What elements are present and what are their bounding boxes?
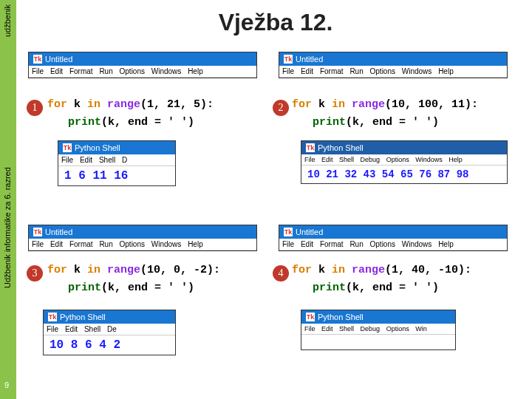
fn-range: range xyxy=(352,264,385,276)
example-1: Tk Untitled File Edit Format Run Options… xyxy=(28,52,273,219)
page-number: 9 xyxy=(4,381,9,389)
editor-window: Tk Untitled File Edit Format Run Options… xyxy=(28,52,257,78)
range-args: (1, 21, 5): xyxy=(140,98,214,111)
menu-windows[interactable]: Windows xyxy=(402,67,432,75)
example-badge: 2 xyxy=(273,100,289,116)
print-args: (k, end = ' ') xyxy=(101,282,194,294)
menu-options[interactable]: Options xyxy=(120,240,145,248)
menu-format[interactable]: Format xyxy=(69,67,93,75)
menu-file[interactable]: File xyxy=(282,67,294,75)
shell-title: Python Shell xyxy=(75,143,120,152)
menu-debug[interactable]: Debug xyxy=(361,325,381,332)
menu-help[interactable]: Help xyxy=(438,67,454,75)
menu-options[interactable]: Options xyxy=(370,67,395,75)
shell-title: Python Shell xyxy=(318,143,364,152)
example-badge: 1 xyxy=(27,100,43,116)
editor-title: Untitled xyxy=(296,228,323,236)
editor-titlebar: Tk Untitled xyxy=(29,225,256,239)
shell-output: 10 21 32 43 54 65 76 87 98 xyxy=(301,166,507,183)
example-badge: 4 xyxy=(273,265,289,282)
menu-options[interactable]: Options xyxy=(386,156,409,163)
example-4: Tk Untitled File Edit Format Run Options… xyxy=(279,225,523,392)
menu-run[interactable]: Run xyxy=(349,240,363,248)
menu-run[interactable]: Run xyxy=(99,240,112,248)
menu-edit[interactable]: Edit xyxy=(80,156,92,164)
menu-format[interactable]: Format xyxy=(320,67,344,75)
menu-file[interactable]: File xyxy=(61,156,73,164)
shell-window: Tk Python Shell File Edit Shell De 10 8 … xyxy=(43,310,176,355)
editor-title: Untitled xyxy=(296,55,323,64)
shell-menubar[interactable]: File Edit Shell Debug Options Windows He… xyxy=(301,154,507,166)
menu-extra[interactable]: D xyxy=(122,156,127,164)
menu-shell[interactable]: Shell xyxy=(339,156,354,163)
fn-print: print xyxy=(313,282,346,294)
menu-extra[interactable]: De xyxy=(107,325,117,333)
slide-title: Vježba 12. xyxy=(21,9,531,36)
menu-file[interactable]: File xyxy=(282,240,294,248)
shell-menubar[interactable]: File Edit Shell D xyxy=(58,154,175,166)
var-k: k xyxy=(74,98,87,111)
menu-format[interactable]: Format xyxy=(320,240,344,248)
range-args: (10, 100, 11): xyxy=(385,98,478,111)
menu-edit[interactable]: Edit xyxy=(50,67,63,75)
menu-file[interactable]: File xyxy=(304,156,316,163)
shell-window: Tk Python Shell File Edit Shell Debug Op… xyxy=(301,310,456,350)
var-k: k xyxy=(74,264,87,276)
shell-titlebar: Tk Python Shell xyxy=(301,141,507,154)
shell-window: Tk Python Shell File Edit Shell D 1 6 11… xyxy=(58,140,176,186)
tk-icon: Tk xyxy=(306,313,315,321)
editor-window: Tk Untitled File Edit Format Run Options… xyxy=(279,52,508,78)
menu-edit[interactable]: Edit xyxy=(321,156,333,163)
range-args: (1, 40, -10): xyxy=(385,264,471,276)
menu-help[interactable]: Help xyxy=(188,67,203,75)
shell-titlebar: Tk Python Shell xyxy=(44,310,175,324)
var-k: k xyxy=(318,98,332,111)
menu-debug[interactable]: Debug xyxy=(361,156,381,163)
menu-shell[interactable]: Shell xyxy=(99,156,115,164)
menu-windows[interactable]: Windows xyxy=(402,240,432,248)
menu-file[interactable]: File xyxy=(47,325,58,333)
menu-shell[interactable]: Shell xyxy=(84,325,100,333)
menu-win[interactable]: Win xyxy=(415,325,427,332)
menu-help[interactable]: Help xyxy=(449,156,463,163)
menu-windows[interactable]: Windows xyxy=(415,156,443,163)
tk-icon: Tk xyxy=(33,228,42,236)
kw-in: in xyxy=(332,264,352,276)
menu-help[interactable]: Help xyxy=(438,240,454,248)
menu-windows[interactable]: Windows xyxy=(151,240,182,248)
menu-file[interactable]: File xyxy=(32,240,44,248)
menu-windows[interactable]: Windows xyxy=(151,67,182,75)
editor-menubar[interactable]: File Edit Format Run Options Windows Hel… xyxy=(29,239,256,250)
menu-edit[interactable]: Edit xyxy=(301,67,313,75)
example-badge: 3 xyxy=(27,265,43,282)
editor-menubar[interactable]: File Edit Format Run Options Windows Hel… xyxy=(279,239,507,250)
menu-file[interactable]: File xyxy=(32,67,44,75)
menu-run[interactable]: Run xyxy=(99,67,112,75)
menu-edit[interactable]: Edit xyxy=(301,240,313,248)
example-2: Tk Untitled File Edit Format Run Options… xyxy=(279,52,523,219)
shell-menubar[interactable]: File Edit Shell Debug Options Win xyxy=(301,324,455,335)
var-k: k xyxy=(318,264,332,276)
shell-titlebar: Tk Python Shell xyxy=(301,310,455,324)
menu-edit[interactable]: Edit xyxy=(321,325,333,332)
menu-options[interactable]: Options xyxy=(386,325,409,332)
editor-title: Untitled xyxy=(45,55,72,64)
editor-titlebar: Tk Untitled xyxy=(29,52,256,66)
editor-menubar[interactable]: File Edit Format Run Options Windows Hel… xyxy=(279,66,507,78)
shell-menubar[interactable]: File Edit Shell De xyxy=(44,324,175,335)
print-args: (k, end = ' ') xyxy=(346,282,439,294)
code-snippet: for k in range(10, 0, -2): print(k, end … xyxy=(47,262,220,297)
menu-edit[interactable]: Edit xyxy=(50,240,63,248)
editor-menubar[interactable]: File Edit Format Run Options Windows Hel… xyxy=(29,66,256,78)
menu-options[interactable]: Options xyxy=(120,67,145,75)
shell-output: 1 6 11 16 xyxy=(58,166,175,185)
menu-help[interactable]: Help xyxy=(188,240,203,248)
menu-options[interactable]: Options xyxy=(370,240,395,248)
shell-title: Python Shell xyxy=(60,313,106,321)
menu-run[interactable]: Run xyxy=(349,67,363,75)
menu-file[interactable]: File xyxy=(304,325,316,332)
menu-format[interactable]: Format xyxy=(69,240,93,248)
menu-edit[interactable]: Edit xyxy=(65,325,78,333)
menu-shell[interactable]: Shell xyxy=(339,325,354,332)
sidebar-text-top: udžbenik xyxy=(3,27,12,37)
